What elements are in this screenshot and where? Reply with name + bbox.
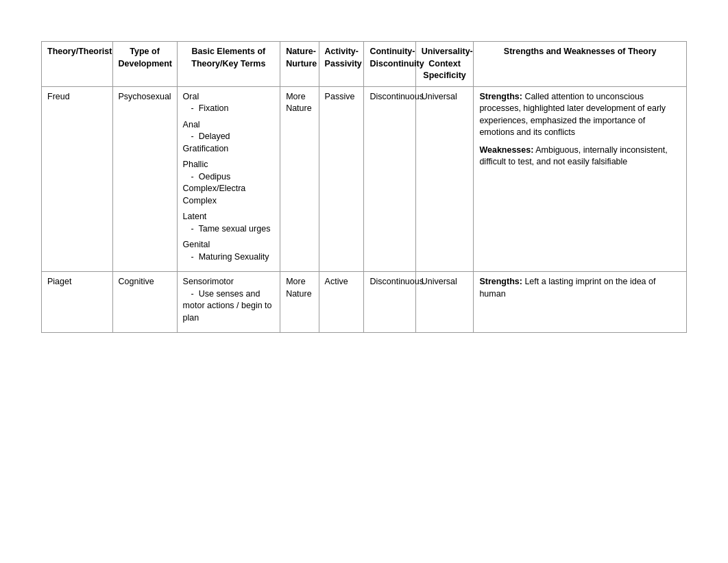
- weaknesses-label: Weaknesses: Ambiguous, internally incons…: [479, 145, 681, 168]
- stage-item: Genital- Maturing Sexuality: [183, 239, 275, 263]
- theorist-table: Theory/TheoristType of DevelopmentBasic …: [41, 41, 687, 333]
- stage-name: Phallic: [183, 160, 208, 169]
- stage-name: Anal: [183, 120, 200, 129]
- cell-type: Cognitive: [112, 272, 177, 333]
- cell-continuity: Discontinuous: [364, 272, 415, 333]
- cell-continuity: Discontinuous: [364, 86, 415, 272]
- stage-detail: - Oedipus Complex/Electra Complex: [183, 172, 246, 205]
- cell-activity: Passive: [319, 86, 364, 272]
- cell-universality: Universal: [415, 272, 474, 333]
- stage-item: Latent- Tame sexual urges: [183, 211, 275, 235]
- column-header-type: Type of Development: [112, 42, 177, 87]
- stage-name: Genital: [183, 240, 210, 249]
- cell-theorist: Piaget: [42, 272, 113, 333]
- stage-detail: - Delayed Gratification: [183, 132, 230, 153]
- column-header-activity: Activity-Passivity: [319, 42, 364, 87]
- stage-detail: - Tame sexual urges: [183, 224, 271, 234]
- column-header-nature: Nature-Nurture: [280, 42, 319, 87]
- cell-theorist: Freud: [42, 86, 113, 272]
- column-header-continuity: Continuity-Discontinuity: [364, 42, 415, 87]
- stage-item: Sensorimotor- Use senses and motor actio…: [183, 276, 275, 324]
- cell-strengths: Strengths: Left a lasting imprint on the…: [474, 272, 687, 333]
- stage-detail: - Use senses and motor actions / begin t…: [183, 289, 272, 323]
- strengths-label: Strengths: Called attention to unconscio…: [479, 91, 681, 139]
- stage-item: Anal- Delayed Gratification: [183, 119, 275, 155]
- cell-basic: Oral- FixationAnal- Delayed Gratificatio…: [177, 86, 280, 272]
- cell-type: Psychosexual: [112, 86, 177, 272]
- cell-nature: More Nature: [280, 272, 319, 333]
- stage-name: Oral: [183, 92, 199, 101]
- stage-detail: - Maturing Sexuality: [183, 252, 269, 262]
- column-header-basic: Basic Elements of Theory/Key Terms: [177, 42, 280, 87]
- cell-nature: More Nature: [280, 86, 319, 272]
- table-row: PiagetCognitiveSensorimotor- Use senses …: [42, 272, 687, 333]
- cell-universality: Universal: [415, 86, 474, 272]
- stage-name: Latent: [183, 212, 207, 221]
- table-header-row: Theory/TheoristType of DevelopmentBasic …: [42, 42, 687, 87]
- stage-name: Sensorimotor: [183, 277, 234, 286]
- cell-basic: Sensorimotor- Use senses and motor actio…: [177, 272, 280, 333]
- cell-activity: Active: [319, 272, 364, 333]
- column-header-strengths: Strengths and Weaknesses of Theory: [474, 42, 687, 87]
- cell-strengths: Strengths: Called attention to unconscio…: [474, 86, 687, 272]
- stage-detail: - Fixation: [183, 103, 229, 113]
- stage-item: Oral- Fixation: [183, 91, 275, 115]
- stage-item: Phallic- Oedipus Complex/Electra Complex: [183, 159, 275, 207]
- strengths-label: Strengths: Left a lasting imprint on the…: [479, 276, 681, 300]
- column-header-theorist: Theory/Theorist: [42, 42, 113, 87]
- table-row: FreudPsychosexualOral- FixationAnal- Del…: [42, 86, 687, 272]
